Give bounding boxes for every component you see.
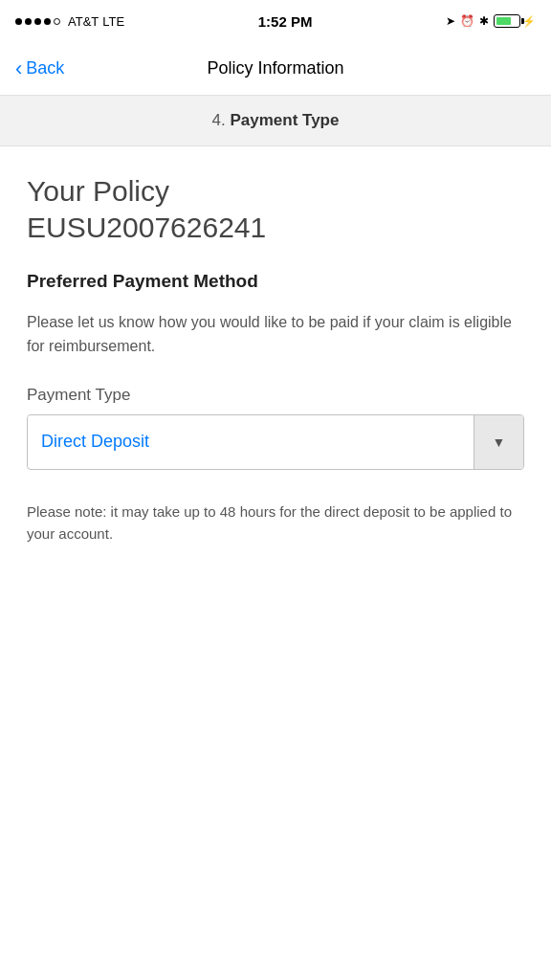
payment-type-label: Payment Type	[27, 386, 524, 405]
chevron-down-icon: ▼	[493, 434, 506, 450]
signal-dot-5	[54, 18, 60, 25]
status-bar: AT&T LTE 1:52 PM ➤ ⏰ ✱ ⚡	[0, 0, 551, 42]
signal-dot-2	[25, 18, 32, 25]
charging-icon: ⚡	[522, 15, 536, 28]
step-label: 4. Payment Type	[19, 111, 532, 130]
back-label: Back	[26, 58, 64, 78]
policy-label: Your Policy	[27, 175, 524, 208]
back-button[interactable]: ‹ Back	[15, 58, 64, 79]
battery-indicator: ⚡	[494, 14, 536, 28]
note-text: Please note: it may take up to 48 hours …	[27, 501, 524, 546]
main-content: Your Policy EUSU2007626241 Preferred Pay…	[0, 146, 551, 573]
signal-dot-1	[15, 18, 22, 25]
signal-dot-4	[44, 18, 51, 25]
battery-shell	[494, 14, 520, 28]
nav-bar: ‹ Back Policy Information	[0, 42, 551, 96]
dropdown-arrow-button[interactable]: ▼	[474, 415, 523, 469]
dropdown-selected-value: Direct Deposit	[28, 416, 474, 467]
battery-fill	[496, 17, 511, 25]
status-left: AT&T LTE	[15, 14, 124, 29]
step-number: 4.	[212, 111, 226, 129]
payment-type-dropdown[interactable]: Direct Deposit ▼	[27, 414, 524, 470]
step-title: Payment Type	[230, 111, 339, 129]
page-title: Policy Information	[207, 58, 343, 78]
section-title: Preferred Payment Method	[27, 271, 524, 292]
status-right: ➤ ⏰ ✱ ⚡	[446, 14, 536, 28]
alarm-icon: ⏰	[460, 14, 474, 28]
network-type: LTE	[102, 14, 124, 29]
back-chevron-icon: ‹	[15, 58, 22, 79]
policy-number: EUSU2007626241	[27, 212, 524, 244]
carrier-name: AT&T	[68, 14, 99, 29]
status-time: 1:52 PM	[258, 13, 313, 30]
signal-dot-3	[34, 18, 41, 25]
signal-strength	[15, 18, 60, 25]
bluetooth-icon: ✱	[479, 14, 489, 28]
location-icon: ➤	[446, 14, 455, 28]
step-header: 4. Payment Type	[0, 96, 551, 146]
description-text: Please let us know how you would like to…	[27, 311, 524, 359]
